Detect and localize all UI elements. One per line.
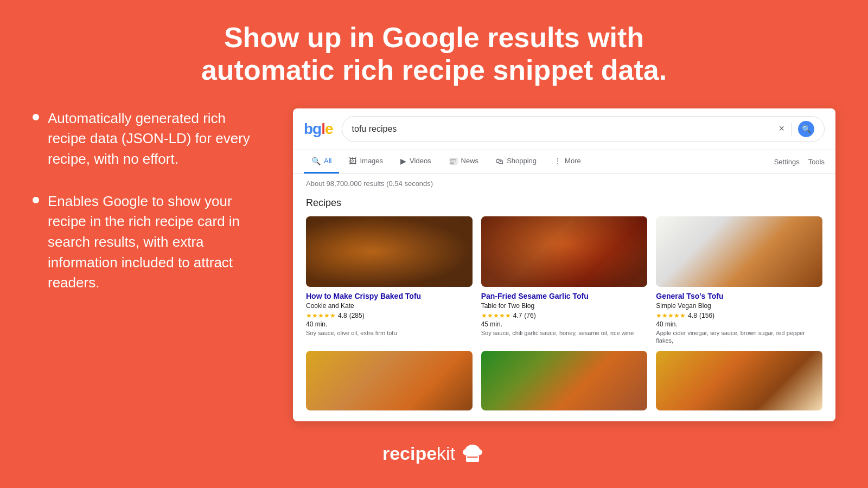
chef-hat-icon xyxy=(459,440,486,466)
tab-videos-label: Videos xyxy=(410,157,431,165)
results-count: About 98,700,000 results (0.54 seconds) xyxy=(293,174,835,193)
content-row: Automatically generated rich recipe data… xyxy=(33,108,835,431)
tab-all[interactable]: 🔍 All xyxy=(304,150,339,174)
footer: recipekit xyxy=(33,431,835,472)
bullet-list: Automatically generated rich recipe data… xyxy=(33,108,260,294)
tools-link[interactable]: Tools xyxy=(808,158,825,166)
search-query-text: tofu recipes xyxy=(352,124,397,134)
settings-link[interactable]: Settings xyxy=(774,158,800,166)
headline-line1: Show up in Google results with xyxy=(33,22,835,54)
videos-icon: ▶ xyxy=(400,157,406,165)
bullet-text-2: Enables Google to show your recipe in th… xyxy=(48,191,260,293)
search-icons: × 🔍 xyxy=(778,121,814,137)
tab-news[interactable]: 📰 News xyxy=(441,150,487,174)
recipe-card-1[interactable]: How to Make Crispy Baked Tofu Cookie and… xyxy=(306,216,473,345)
images-icon: 🖼 xyxy=(349,157,356,165)
food-photo-2 xyxy=(481,216,648,287)
rating-count-2: (76) xyxy=(524,312,535,319)
recipe-time-3: 40 min. xyxy=(656,320,822,328)
recipe-ingredients-2: Soy sauce, chili garlic sauce, honey, se… xyxy=(481,329,648,337)
shopping-icon: 🛍 xyxy=(496,157,503,165)
recipe-card-img-4 xyxy=(306,351,473,410)
logo-letter-g: g xyxy=(312,120,321,137)
tab-shopping-label: Shopping xyxy=(507,157,537,165)
recipe-rating-3: ★★★★★ 4.8 (156) xyxy=(656,312,822,319)
rating-count-1: (285) xyxy=(349,312,365,319)
logo-letter-l2: l xyxy=(321,120,325,137)
bullet-item-1: Automatically generated rich recipe data… xyxy=(33,108,260,170)
google-logo: bgle xyxy=(304,120,333,138)
tab-shopping[interactable]: 🛍 Shopping xyxy=(488,150,544,174)
headline-line2: automatic rich recipe snippet data. xyxy=(33,54,835,87)
food-photo-4 xyxy=(306,351,473,410)
tab-all-label: All xyxy=(324,157,331,165)
search-divider xyxy=(791,123,792,136)
food-photo-1 xyxy=(306,216,473,287)
tab-news-label: News xyxy=(461,157,479,165)
recipe-card-img-1 xyxy=(306,216,473,287)
rating-value-2: 4.7 xyxy=(513,312,522,319)
recipe-cards-row-2 xyxy=(306,351,822,415)
food-photo-3 xyxy=(656,216,822,287)
recipe-title-2: Pan-Fried Sesame Garlic Tofu xyxy=(481,291,648,301)
bullet-dot-2 xyxy=(33,197,39,203)
recipe-source-2: Table for Two Blog xyxy=(481,302,648,310)
recipe-rating-2: ★★★★★ 4.7 (76) xyxy=(481,312,648,319)
recipe-card-5[interactable] xyxy=(481,351,648,415)
rating-count-3: (156) xyxy=(699,312,714,319)
all-icon: 🔍 xyxy=(311,157,321,165)
tab-images[interactable]: 🖼 Images xyxy=(341,150,391,174)
recipe-card-img-6 xyxy=(656,351,822,410)
stars-3: ★★★★★ xyxy=(656,312,686,319)
rating-value-1: 4.8 xyxy=(338,312,347,319)
recipe-title-3: General Tso's Tofu xyxy=(656,291,822,301)
search-button[interactable]: 🔍 xyxy=(798,121,814,137)
search-icon: 🔍 xyxy=(802,125,811,133)
recipe-card-img-2 xyxy=(481,216,648,287)
tab-more-label: More xyxy=(565,157,581,165)
google-search-bar: bgle tofu recipes × 🔍 xyxy=(293,108,835,150)
more-icon: ⋮ xyxy=(554,157,561,165)
bullet-dot-1 xyxy=(33,114,39,120)
svg-point-2 xyxy=(475,449,482,455)
svg-point-1 xyxy=(463,449,470,455)
nav-tabs: 🔍 All 🖼 Images ▶ Videos 📰 News 🛍 S xyxy=(293,150,835,174)
recipe-cards-row-1: How to Make Crispy Baked Tofu Cookie and… xyxy=(306,216,822,345)
tab-more[interactable]: ⋮ More xyxy=(546,150,589,174)
food-photo-5 xyxy=(481,351,648,410)
recipe-card-4[interactable] xyxy=(306,351,473,415)
main-container: Show up in Google results with automatic… xyxy=(0,0,868,488)
recipe-rating-1: ★★★★★ 4.8 (285) xyxy=(306,312,473,319)
bullet-text-1: Automatically generated rich recipe data… xyxy=(48,108,260,170)
svg-rect-4 xyxy=(467,457,478,458)
logo-letter-b: b xyxy=(304,120,312,137)
clear-icon[interactable]: × xyxy=(778,123,784,134)
recipe-card-6[interactable] xyxy=(656,351,822,415)
recipe-card-img-3 xyxy=(656,216,822,287)
recipe-card-2[interactable]: Pan-Fried Sesame Garlic Tofu Table for T… xyxy=(481,216,648,345)
headline: Show up in Google results with automatic… xyxy=(33,22,835,87)
recipekit-logo: recipekit xyxy=(33,440,835,466)
logo-letter-e2: e xyxy=(325,120,333,137)
tab-videos[interactable]: ▶ Videos xyxy=(393,150,439,174)
tab-images-label: Images xyxy=(360,157,383,165)
recipes-label: Recipes xyxy=(306,197,822,209)
recipe-time-1: 40 min. xyxy=(306,320,473,328)
news-icon: 📰 xyxy=(449,157,458,165)
recipe-ingredients-3: Apple cider vinegar, soy sauce, brown su… xyxy=(656,329,822,345)
recipe-source-1: Cookie and Kate xyxy=(306,302,473,310)
food-photo-6 xyxy=(656,351,822,410)
stars-1: ★★★★★ xyxy=(306,312,336,319)
recipe-title-1: How to Make Crispy Baked Tofu xyxy=(306,291,473,301)
bullet-item-2: Enables Google to show your recipe in th… xyxy=(33,191,260,293)
recipe-time-2: 45 min. xyxy=(481,320,648,328)
recipe-card-img-5 xyxy=(481,351,648,410)
nav-settings: Settings Tools xyxy=(774,158,825,166)
search-box[interactable]: tofu recipes × 🔍 xyxy=(342,116,825,142)
recipes-section: Recipes How to Make Crispy Baked Tofu Co… xyxy=(293,193,835,422)
logo-bold-text: recipekit xyxy=(382,443,455,464)
recipe-source-3: Simple Vegan Blog xyxy=(656,302,822,310)
svg-rect-3 xyxy=(466,455,479,462)
recipe-card-3[interactable]: General Tso's Tofu Simple Vegan Blog ★★★… xyxy=(656,216,822,345)
stars-2: ★★★★★ xyxy=(481,312,511,319)
